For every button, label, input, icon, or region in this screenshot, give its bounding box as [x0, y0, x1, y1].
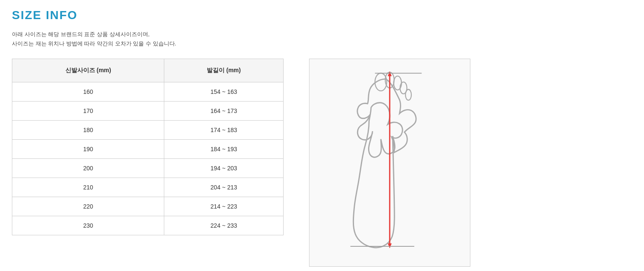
col2-header: 발길이 (mm): [164, 59, 284, 82]
svg-marker-6: [388, 71, 391, 76]
shoe-size-cell: 180: [12, 121, 164, 140]
shoe-size-cell: 200: [12, 159, 164, 178]
table-row: 170164 ~ 173: [12, 102, 284, 121]
shoe-size-cell: 210: [12, 178, 164, 197]
svg-marker-7: [388, 243, 391, 248]
table-row: 160154 ~ 163: [12, 82, 284, 102]
content-area: 신발사이즈 (mm) 발길이 (mm) 160154 ~ 163170164 ~…: [12, 59, 632, 267]
foot-length-cell: 164 ~ 173: [164, 102, 284, 121]
table-row: 180174 ~ 183: [12, 121, 284, 140]
foot-length-cell: 184 ~ 193: [164, 140, 284, 159]
shoe-size-cell: 190: [12, 140, 164, 159]
description-text: 아래 사이즈는 해당 브랜드의 표준 상품 상세사이즈이며, 사이즈는 재는 위…: [12, 30, 632, 48]
foot-length-cell: 214 ~ 223: [164, 197, 284, 216]
table-row: 190184 ~ 193: [12, 140, 284, 159]
shoe-size-cell: 170: [12, 102, 164, 121]
shoe-size-cell: 220: [12, 197, 164, 216]
shoe-size-cell: 160: [12, 82, 164, 102]
col1-header: 신발사이즈 (mm): [12, 59, 164, 82]
svg-point-4: [405, 90, 411, 100]
table-row: 220214 ~ 223: [12, 197, 284, 216]
foot-length-cell: 204 ~ 213: [164, 178, 284, 197]
table-row: 230224 ~ 233: [12, 216, 284, 235]
size-table-section: 신발사이즈 (mm) 발길이 (mm) 160154 ~ 163170164 ~…: [12, 59, 284, 235]
foot-image-section: [309, 59, 470, 267]
foot-length-cell: 174 ~ 183: [164, 121, 284, 140]
foot-diagram: [335, 69, 445, 256]
foot-length-cell: 194 ~ 203: [164, 159, 284, 178]
foot-length-cell: 224 ~ 233: [164, 216, 284, 235]
table-row: 200194 ~ 203: [12, 159, 284, 178]
shoe-size-cell: 230: [12, 216, 164, 235]
page-title: SIZE INFO: [12, 8, 632, 22]
size-table: 신발사이즈 (mm) 발길이 (mm) 160154 ~ 163170164 ~…: [12, 59, 284, 235]
table-row: 210204 ~ 213: [12, 178, 284, 197]
foot-length-cell: 154 ~ 163: [164, 82, 284, 102]
